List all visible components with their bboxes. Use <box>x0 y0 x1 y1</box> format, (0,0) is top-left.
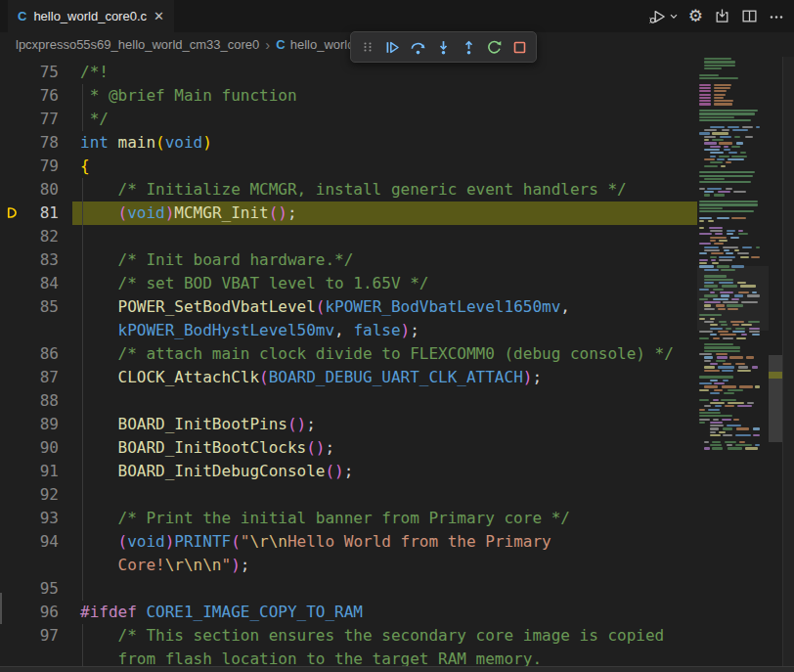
code-line[interactable]: 88 <box>0 389 697 413</box>
code-line[interactable]: 75/*! <box>0 61 697 84</box>
line-number[interactable]: 75 <box>25 61 59 84</box>
line-number[interactable]: 89 <box>25 413 59 436</box>
line-number[interactable]: 87 <box>25 366 59 389</box>
code-line[interactable]: kPOWER_BodHystLevel50mv, false); <box>0 319 697 342</box>
line-number[interactable]: 86 <box>25 342 59 366</box>
breadcrumb-folder[interactable]: lpcxpresso55s69_hello_world_cm33_core0 <box>16 37 259 52</box>
debug-step-into-button[interactable] <box>432 35 455 59</box>
minimap-line <box>704 178 725 180</box>
breakpoint-gutter[interactable] <box>5 323 26 338</box>
code-line[interactable]: 91 BOARD_InitDebugConsole(); <box>0 460 697 483</box>
breakpoint-gutter[interactable] <box>5 158 26 174</box>
code-line[interactable]: 97 /* This section ensures the secondary… <box>0 624 697 648</box>
breakpoint-gutter[interactable] <box>5 628 26 644</box>
line-number[interactable]: 88 <box>25 389 59 413</box>
line-number[interactable]: 83 <box>25 248 59 272</box>
code-line[interactable]: 89 BOARD_InitBootPins(); <box>0 413 697 436</box>
line-number[interactable]: 84 <box>25 272 59 295</box>
minimap-line <box>704 136 716 138</box>
code-line[interactable]: 94 (void)PRINTF("\r\nHello World from th… <box>0 530 697 554</box>
line-number[interactable]: 82 <box>25 225 59 248</box>
code-line[interactable]: 90 BOARD_InitBootClocks(); <box>0 436 697 460</box>
line-number[interactable]: 85 <box>25 295 59 319</box>
code-line[interactable]: 85 POWER_SetBodVbatLevel(kPOWER_BodVbatL… <box>0 295 697 319</box>
toolbar-drag-handle[interactable] <box>356 35 378 59</box>
scrollbar-slider[interactable] <box>769 355 782 442</box>
code-line[interactable]: 76 * @brief Main function <box>0 84 697 108</box>
tab-hello-world-core0[interactable]: C hello_world_core0.c ✕ <box>8 0 174 32</box>
breakpoint-gutter[interactable] <box>5 581 26 597</box>
vertical-scrollbar[interactable] <box>769 57 782 667</box>
debug-stop-button[interactable] <box>508 35 531 59</box>
line-number[interactable]: 94 <box>25 530 59 554</box>
breakpoint-gutter[interactable] <box>5 205 26 221</box>
code-line[interactable]: 84 /* set BOD VBAT level to 1.65V */ <box>0 272 697 295</box>
code-lines[interactable]: 75/*!76 * @brief Main function77 */78int… <box>0 57 697 671</box>
line-number[interactable]: 79 <box>25 155 59 178</box>
tab-close-icon[interactable]: ✕ <box>154 10 164 22</box>
code-line[interactable]: 78int main(void) <box>0 131 697 155</box>
line-number[interactable]: 80 <box>25 178 59 202</box>
code-line[interactable]: Core!\r\n\n"); <box>0 554 697 577</box>
breakpoint-gutter[interactable] <box>5 135 26 151</box>
breakpoint-gutter[interactable] <box>5 370 26 385</box>
breakpoint-gutter[interactable] <box>5 651 26 667</box>
minimap-line <box>699 203 758 205</box>
code-line[interactable]: 82 <box>0 225 697 248</box>
line-number[interactable]: 96 <box>25 601 59 624</box>
code-line[interactable]: 93 /* Print the initial banner from Prim… <box>0 507 697 530</box>
line-number[interactable]: 76 <box>25 84 59 108</box>
code-line[interactable]: 79{ <box>0 155 697 178</box>
code-line[interactable]: 86 /* attach main clock divide to FLEXCO… <box>0 342 697 366</box>
code-line[interactable]: 81 (void)MCMGR_Init(); <box>0 202 697 225</box>
breakpoint-gutter[interactable] <box>5 65 26 80</box>
minimap-line <box>723 337 733 339</box>
breakpoint-gutter[interactable] <box>5 112 26 127</box>
line-number[interactable]: 77 <box>25 108 59 131</box>
breakpoint-gutter[interactable] <box>5 534 26 550</box>
breakpoint-gutter[interactable] <box>5 252 26 268</box>
more-actions-button[interactable] <box>769 9 784 24</box>
breakpoint-gutter[interactable] <box>5 276 26 291</box>
code-line[interactable]: 83 /* Init board hardware.*/ <box>0 248 697 272</box>
code-line[interactable]: 77 */ <box>0 108 697 131</box>
breakpoint-gutter[interactable] <box>5 487 26 503</box>
breakpoint-gutter[interactable] <box>5 393 26 409</box>
breakpoint-gutter[interactable] <box>5 464 26 479</box>
breakpoint-gutter[interactable] <box>5 605 26 620</box>
download-button[interactable] <box>714 8 730 24</box>
debug-continue-button[interactable] <box>381 35 404 59</box>
breakpoint-gutter[interactable] <box>5 440 26 456</box>
line-number[interactable]: 78 <box>25 131 59 155</box>
code-line[interactable]: 95 <box>0 577 697 601</box>
run-or-debug-button[interactable] <box>649 9 678 24</box>
code-line[interactable]: 96#ifdef CORE1_IMAGE_COPY_TO_RAM <box>0 601 697 624</box>
line-number[interactable]: 95 <box>25 577 59 601</box>
breakpoint-gutter[interactable] <box>5 417 26 432</box>
minimap[interactable] <box>697 57 769 667</box>
code-line[interactable]: 80 /* Initialize MCMGR, install generic … <box>0 178 697 202</box>
debug-step-out-button[interactable] <box>458 35 480 59</box>
breakpoint-gutter[interactable] <box>5 346 26 362</box>
breakpoint-gutter[interactable] <box>5 229 26 245</box>
line-number[interactable]: 93 <box>25 507 59 530</box>
minimap-viewport-slider[interactable] <box>697 266 769 331</box>
debug-restart-button[interactable] <box>483 35 506 59</box>
settings-gear-button[interactable]: ⚙ <box>688 8 703 24</box>
line-number[interactable]: 97 <box>25 624 59 648</box>
code-line[interactable]: 92 <box>0 483 697 507</box>
breakpoint-gutter[interactable] <box>5 299 26 315</box>
breakpoint-gutter[interactable] <box>5 558 26 573</box>
line-number[interactable]: 81 <box>25 202 59 225</box>
line-number[interactable]: 90 <box>25 436 59 460</box>
code-line[interactable]: 87 CLOCK_AttachClk(BOARD_DEBUG_UART_CLK_… <box>0 366 697 389</box>
breakpoint-gutter[interactable] <box>5 182 26 198</box>
debug-step-over-button[interactable] <box>407 35 429 59</box>
minimap-line <box>727 233 733 235</box>
line-number[interactable]: 91 <box>25 460 59 483</box>
breakpoint-gutter[interactable] <box>5 88 26 104</box>
split-editor-button[interactable] <box>741 8 758 24</box>
minimap-line <box>733 191 745 193</box>
breakpoint-gutter[interactable] <box>5 511 26 526</box>
line-number[interactable]: 92 <box>25 483 59 507</box>
